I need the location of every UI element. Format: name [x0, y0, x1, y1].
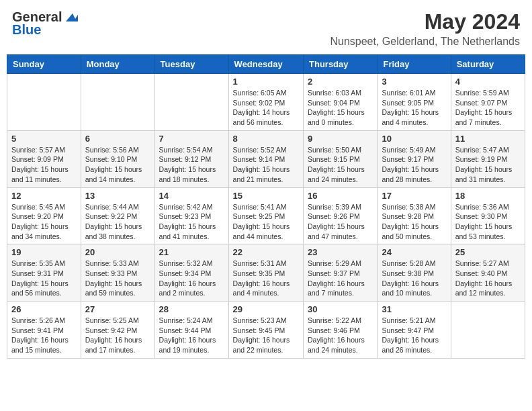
- header-saturday: Saturday: [451, 55, 525, 74]
- day-cell: 21Sunrise: 5:32 AM Sunset: 9:34 PM Dayli…: [154, 244, 228, 302]
- day-info: Sunrise: 5:56 AM Sunset: 9:10 PM Dayligh…: [85, 145, 150, 185]
- day-number: 3: [382, 77, 446, 87]
- day-number: 25: [455, 247, 521, 257]
- day-number: 29: [233, 304, 299, 314]
- day-info: Sunrise: 5:28 AM Sunset: 9:38 PM Dayligh…: [382, 259, 446, 298]
- day-number: 17: [382, 191, 446, 201]
- header-tuesday: Tuesday: [154, 55, 228, 74]
- day-info: Sunrise: 5:27 AM Sunset: 9:40 PM Dayligh…: [455, 259, 521, 298]
- day-info: Sunrise: 6:03 AM Sunset: 9:04 PM Dayligh…: [308, 88, 373, 128]
- day-cell: 13Sunrise: 5:44 AM Sunset: 9:22 PM Dayli…: [81, 187, 154, 244]
- day-number: 27: [85, 304, 150, 314]
- day-info: Sunrise: 5:33 AM Sunset: 9:33 PM Dayligh…: [85, 259, 150, 298]
- day-number: 30: [308, 304, 373, 314]
- day-number: 10: [382, 134, 446, 144]
- svg-marker-0: [66, 13, 78, 21]
- day-cell: 28Sunrise: 5:24 AM Sunset: 9:44 PM Dayli…: [154, 302, 228, 359]
- day-number: 26: [11, 304, 77, 314]
- day-info: Sunrise: 5:42 AM Sunset: 9:23 PM Dayligh…: [159, 202, 224, 242]
- day-number: 8: [233, 134, 299, 144]
- day-info: Sunrise: 5:32 AM Sunset: 9:34 PM Dayligh…: [159, 259, 224, 298]
- day-cell: 26Sunrise: 5:26 AM Sunset: 9:41 PM Dayli…: [7, 302, 81, 359]
- day-cell: [451, 302, 525, 359]
- day-cell: 31Sunrise: 5:21 AM Sunset: 9:47 PM Dayli…: [378, 302, 451, 359]
- header-wednesday: Wednesday: [228, 55, 303, 74]
- day-number: 21: [159, 247, 224, 257]
- day-info: Sunrise: 5:52 AM Sunset: 9:14 PM Dayligh…: [233, 145, 299, 185]
- day-cell: 6Sunrise: 5:56 AM Sunset: 9:10 PM Daylig…: [81, 130, 154, 187]
- day-cell: 24Sunrise: 5:28 AM Sunset: 9:38 PM Dayli…: [378, 244, 451, 302]
- day-cell: [154, 74, 228, 131]
- day-cell: 7Sunrise: 5:54 AM Sunset: 9:12 PM Daylig…: [154, 130, 228, 187]
- day-info: Sunrise: 5:21 AM Sunset: 9:47 PM Dayligh…: [382, 316, 446, 355]
- day-info: Sunrise: 5:49 AM Sunset: 9:17 PM Dayligh…: [382, 145, 446, 185]
- day-number: 22: [233, 247, 299, 257]
- day-info: Sunrise: 5:57 AM Sunset: 9:09 PM Dayligh…: [11, 145, 77, 185]
- day-number: 6: [85, 134, 150, 144]
- day-info: Sunrise: 6:01 AM Sunset: 9:05 PM Dayligh…: [382, 88, 446, 128]
- header-thursday: Thursday: [304, 55, 378, 74]
- calendar-table: Sunday Monday Tuesday Wednesday Thursday…: [7, 54, 525, 359]
- day-cell: 22Sunrise: 5:31 AM Sunset: 9:35 PM Dayli…: [228, 244, 303, 302]
- day-cell: 5Sunrise: 5:57 AM Sunset: 9:09 PM Daylig…: [7, 130, 81, 187]
- header-sunday: Sunday: [7, 55, 81, 74]
- day-number: 1: [233, 77, 299, 87]
- day-number: 28: [159, 304, 224, 314]
- week-row-3: 12Sunrise: 5:45 AM Sunset: 9:20 PM Dayli…: [7, 187, 525, 244]
- day-cell: 2Sunrise: 6:03 AM Sunset: 9:04 PM Daylig…: [304, 74, 378, 131]
- day-info: Sunrise: 5:59 AM Sunset: 9:07 PM Dayligh…: [455, 88, 521, 128]
- day-number: 14: [159, 191, 224, 201]
- header: General Blue May 2024 Nunspeet, Gelderla…: [7, 7, 525, 50]
- day-cell: 17Sunrise: 5:38 AM Sunset: 9:28 PM Dayli…: [378, 187, 451, 244]
- day-cell: 11Sunrise: 5:47 AM Sunset: 9:19 PM Dayli…: [451, 130, 525, 187]
- day-info: Sunrise: 6:05 AM Sunset: 9:02 PM Dayligh…: [233, 88, 299, 128]
- day-info: Sunrise: 5:41 AM Sunset: 9:25 PM Dayligh…: [233, 202, 299, 242]
- day-info: Sunrise: 5:39 AM Sunset: 9:26 PM Dayligh…: [308, 202, 373, 242]
- day-number: 31: [382, 304, 446, 314]
- day-info: Sunrise: 5:35 AM Sunset: 9:31 PM Dayligh…: [11, 259, 77, 298]
- day-number: 12: [11, 191, 77, 201]
- day-info: Sunrise: 5:22 AM Sunset: 9:46 PM Dayligh…: [308, 316, 373, 355]
- day-cell: 20Sunrise: 5:33 AM Sunset: 9:33 PM Dayli…: [81, 244, 154, 302]
- day-number: 13: [85, 191, 150, 201]
- day-cell: 30Sunrise: 5:22 AM Sunset: 9:46 PM Dayli…: [304, 302, 378, 359]
- day-cell: 25Sunrise: 5:27 AM Sunset: 9:40 PM Dayli…: [451, 244, 525, 302]
- logo-blue: Blue: [12, 22, 41, 38]
- day-cell: 9Sunrise: 5:50 AM Sunset: 9:15 PM Daylig…: [304, 130, 378, 187]
- week-row-5: 26Sunrise: 5:26 AM Sunset: 9:41 PM Dayli…: [7, 302, 525, 359]
- day-cell: 10Sunrise: 5:49 AM Sunset: 9:17 PM Dayli…: [378, 130, 451, 187]
- header-friday: Friday: [378, 55, 451, 74]
- day-info: Sunrise: 5:36 AM Sunset: 9:30 PM Dayligh…: [455, 202, 521, 242]
- day-cell: 3Sunrise: 6:01 AM Sunset: 9:05 PM Daylig…: [378, 74, 451, 131]
- day-number: 19: [11, 247, 77, 257]
- day-cell: 12Sunrise: 5:45 AM Sunset: 9:20 PM Dayli…: [7, 187, 81, 244]
- header-monday: Monday: [81, 55, 154, 74]
- day-cell: 14Sunrise: 5:42 AM Sunset: 9:23 PM Dayli…: [154, 187, 228, 244]
- day-cell: 1Sunrise: 6:05 AM Sunset: 9:02 PM Daylig…: [228, 74, 303, 131]
- day-info: Sunrise: 5:44 AM Sunset: 9:22 PM Dayligh…: [85, 202, 150, 242]
- day-cell: [81, 74, 154, 131]
- day-number: 18: [455, 191, 521, 201]
- day-cell: 8Sunrise: 5:52 AM Sunset: 9:14 PM Daylig…: [228, 130, 303, 187]
- day-info: Sunrise: 5:29 AM Sunset: 9:37 PM Dayligh…: [308, 259, 373, 298]
- day-header-row: Sunday Monday Tuesday Wednesday Thursday…: [7, 55, 525, 74]
- day-cell: 18Sunrise: 5:36 AM Sunset: 9:30 PM Dayli…: [451, 187, 525, 244]
- day-number: 20: [85, 247, 150, 257]
- day-cell: 19Sunrise: 5:35 AM Sunset: 9:31 PM Dayli…: [7, 244, 81, 302]
- day-number: 24: [382, 247, 446, 257]
- day-info: Sunrise: 5:54 AM Sunset: 9:12 PM Dayligh…: [159, 145, 224, 185]
- day-info: Sunrise: 5:26 AM Sunset: 9:41 PM Dayligh…: [11, 316, 77, 355]
- logo: General Blue: [12, 9, 78, 38]
- day-info: Sunrise: 5:25 AM Sunset: 9:42 PM Dayligh…: [85, 316, 150, 355]
- logo-icon: [63, 9, 78, 24]
- day-info: Sunrise: 5:23 AM Sunset: 9:45 PM Dayligh…: [233, 316, 299, 355]
- day-info: Sunrise: 5:38 AM Sunset: 9:28 PM Dayligh…: [382, 202, 446, 242]
- day-info: Sunrise: 5:45 AM Sunset: 9:20 PM Dayligh…: [11, 202, 77, 242]
- day-info: Sunrise: 5:50 AM Sunset: 9:15 PM Dayligh…: [308, 145, 373, 185]
- day-number: 9: [308, 134, 373, 144]
- week-row-4: 19Sunrise: 5:35 AM Sunset: 9:31 PM Dayli…: [7, 244, 525, 302]
- day-number: 4: [455, 77, 521, 87]
- day-number: 15: [233, 191, 299, 201]
- week-row-1: 1Sunrise: 6:05 AM Sunset: 9:02 PM Daylig…: [7, 74, 525, 131]
- day-cell: 15Sunrise: 5:41 AM Sunset: 9:25 PM Dayli…: [228, 187, 303, 244]
